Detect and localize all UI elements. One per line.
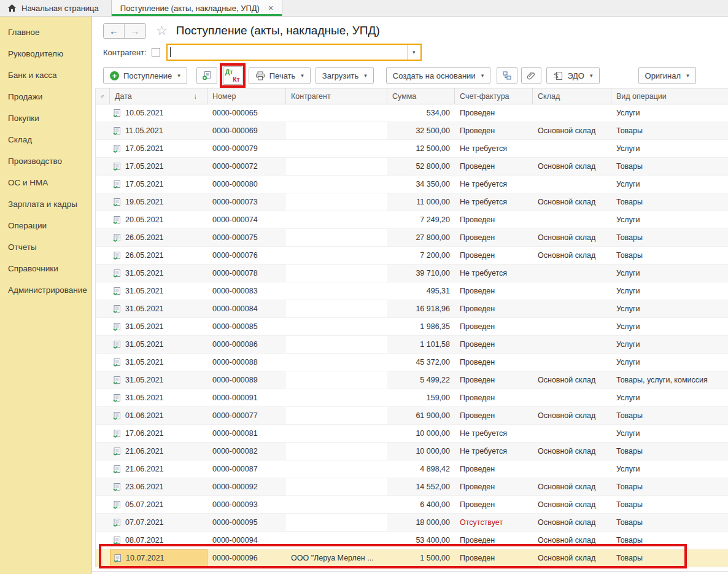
sidebar-item-12[interactable]: Администрирование bbox=[0, 279, 91, 301]
date-cell[interactable]: 31.05.2021 bbox=[110, 371, 207, 389]
sidebar-item-6[interactable]: Производство bbox=[0, 150, 91, 172]
column-invoice[interactable]: Счет-фактура bbox=[455, 88, 533, 104]
number-cell[interactable]: 0000-000080 bbox=[207, 176, 286, 193]
attachment-cell[interactable] bbox=[96, 425, 110, 442]
warehouse-cell[interactable] bbox=[533, 211, 611, 228]
sum-cell[interactable]: 495,31 bbox=[387, 282, 455, 300]
operation-type-cell[interactable]: Услуги bbox=[611, 425, 728, 442]
sum-cell[interactable]: 12 500,00 bbox=[387, 140, 455, 157]
attachment-cell[interactable] bbox=[96, 158, 110, 175]
number-cell[interactable]: 0000-000089 bbox=[207, 371, 286, 389]
number-cell[interactable]: 0000-000076 bbox=[207, 247, 286, 264]
table-row[interactable]: 31.05.2021 0000-000084 16 918,96 Проведе… bbox=[96, 300, 728, 318]
warehouse-cell[interactable] bbox=[533, 300, 611, 317]
table-row[interactable]: 17.05.2021 0000-000079 12 500,00 Не треб… bbox=[96, 140, 728, 158]
date-cell[interactable]: 20.05.2021 bbox=[110, 211, 207, 228]
favorite-star-icon[interactable]: ☆ bbox=[156, 23, 168, 38]
sum-cell[interactable]: 34 350,00 bbox=[387, 176, 455, 193]
sum-cell[interactable]: 5 499,22 bbox=[387, 371, 455, 389]
invoice-status-cell[interactable]: Проведен bbox=[455, 354, 533, 371]
sum-cell[interactable]: 534,00 bbox=[387, 104, 455, 122]
sum-cell[interactable]: 10 000,00 bbox=[387, 443, 455, 460]
contractor-cell[interactable] bbox=[286, 318, 387, 335]
table-row[interactable]: 31.05.2021 0000-000078 39 710,00 Не треб… bbox=[96, 265, 728, 282]
number-cell[interactable]: 0000-000079 bbox=[207, 140, 286, 157]
warehouse-cell[interactable] bbox=[533, 389, 611, 406]
date-cell[interactable]: 08.07.2021 bbox=[110, 532, 207, 549]
forward-button[interactable]: → bbox=[125, 24, 145, 38]
sum-cell[interactable]: 32 500,00 bbox=[387, 122, 455, 139]
invoice-status-cell[interactable]: Проведен bbox=[455, 282, 533, 300]
back-button[interactable]: ← bbox=[104, 24, 125, 38]
date-cell[interactable]: 31.05.2021 bbox=[110, 336, 207, 353]
table-row[interactable]: 31.05.2021 0000-000091 159,00 Проведен У… bbox=[96, 389, 728, 407]
warehouse-cell[interactable]: Основной склад bbox=[533, 532, 611, 549]
attachment-cell[interactable] bbox=[96, 336, 110, 353]
date-cell[interactable]: 31.05.2021 bbox=[110, 354, 207, 371]
operation-type-cell[interactable]: Товары bbox=[611, 407, 728, 424]
contractor-cell[interactable] bbox=[286, 532, 387, 549]
column-warehouse[interactable]: Склад bbox=[533, 88, 611, 104]
edo-button[interactable]: ЭДО ▾ bbox=[546, 67, 599, 84]
number-cell[interactable]: 0000-000087 bbox=[207, 460, 286, 478]
warehouse-cell[interactable]: Основной склад bbox=[533, 514, 611, 531]
number-cell[interactable]: 0000-000073 bbox=[207, 193, 286, 211]
date-cell[interactable]: 31.05.2021 bbox=[110, 300, 207, 317]
table-row[interactable]: 23.06.2021 0000-000092 14 552,00 Проведе… bbox=[96, 478, 728, 496]
operation-type-cell[interactable]: Товары, услуги, комиссия bbox=[611, 371, 728, 389]
sum-cell[interactable]: 61 900,00 bbox=[387, 407, 455, 424]
attachment-cell[interactable] bbox=[96, 104, 110, 122]
contractor-cell[interactable] bbox=[286, 478, 387, 495]
column-date[interactable]: Дата ↓ bbox=[110, 88, 207, 104]
contractor-filter-input[interactable]: ▾ bbox=[166, 44, 422, 61]
related-documents-button[interactable] bbox=[497, 67, 517, 84]
table-row[interactable]: 10.05.2021 0000-000065 534,00 Проведен У… bbox=[96, 104, 728, 122]
sum-cell[interactable]: 1 986,35 bbox=[387, 318, 455, 335]
sidebar-item-2[interactable]: Банк и касса bbox=[0, 64, 91, 86]
warehouse-cell[interactable]: Основной склад bbox=[533, 229, 611, 246]
attachment-cell[interactable] bbox=[96, 407, 110, 424]
attachment-cell[interactable] bbox=[96, 478, 110, 495]
sum-cell[interactable]: 7 249,20 bbox=[387, 211, 455, 228]
attachment-cell[interactable] bbox=[96, 371, 110, 389]
sidebar-item-9[interactable]: Операции bbox=[0, 215, 91, 236]
invoice-status-cell[interactable]: Проведен bbox=[455, 371, 533, 389]
attachment-cell[interactable] bbox=[96, 193, 110, 211]
sum-cell[interactable]: 16 918,96 bbox=[387, 300, 455, 317]
invoice-status-cell[interactable]: Не требуется bbox=[455, 443, 533, 460]
warehouse-cell[interactable] bbox=[533, 282, 611, 300]
attachment-cell[interactable] bbox=[96, 389, 110, 406]
operation-type-cell[interactable]: Товары bbox=[611, 247, 728, 264]
contractor-cell[interactable] bbox=[286, 300, 387, 317]
invoice-status-cell[interactable]: Проведен bbox=[455, 158, 533, 175]
invoice-status-cell[interactable]: Проведен bbox=[455, 389, 533, 406]
table-row[interactable]: 10.07.2021 0000-000096 ООО "Леруа Мерлен… bbox=[96, 549, 728, 567]
invoice-status-cell[interactable]: Не требуется bbox=[455, 265, 533, 282]
contractor-cell[interactable] bbox=[286, 176, 387, 193]
invoice-status-cell[interactable]: Проведен bbox=[455, 300, 533, 317]
attachment-cell[interactable] bbox=[96, 122, 110, 139]
warehouse-cell[interactable] bbox=[533, 354, 611, 371]
sum-cell[interactable]: 18 000,00 bbox=[387, 514, 455, 531]
contractor-cell[interactable] bbox=[286, 265, 387, 282]
column-number[interactable]: Номер bbox=[207, 88, 286, 104]
operation-type-cell[interactable]: Услуги bbox=[611, 354, 728, 371]
date-cell[interactable]: 21.06.2021 bbox=[110, 460, 207, 478]
invoice-status-cell[interactable]: Проведен bbox=[455, 460, 533, 478]
create-based-on-button[interactable]: Создать на основании ▾ bbox=[386, 67, 490, 84]
number-cell[interactable]: 0000-000095 bbox=[207, 514, 286, 531]
invoice-status-cell[interactable]: Не требуется bbox=[455, 425, 533, 442]
invoice-status-cell[interactable]: Проведен bbox=[455, 229, 533, 246]
warehouse-cell[interactable]: Основной склад bbox=[533, 193, 611, 211]
operation-type-cell[interactable]: Товары bbox=[611, 193, 728, 211]
date-cell[interactable]: 26.05.2021 bbox=[110, 229, 207, 246]
date-cell[interactable]: 11.05.2021 bbox=[110, 122, 207, 139]
invoice-status-cell[interactable]: Проведен bbox=[455, 122, 533, 139]
sum-cell[interactable]: 14 552,00 bbox=[387, 478, 455, 495]
table-row[interactable]: 20.05.2021 0000-000074 7 249,20 Проведен… bbox=[96, 211, 728, 229]
date-cell[interactable]: 17.06.2021 bbox=[110, 425, 207, 442]
attachment-cell[interactable] bbox=[96, 496, 110, 513]
warehouse-cell[interactable] bbox=[533, 176, 611, 193]
sum-cell[interactable]: 6 400,00 bbox=[387, 496, 455, 513]
number-cell[interactable]: 0000-000094 bbox=[207, 532, 286, 549]
